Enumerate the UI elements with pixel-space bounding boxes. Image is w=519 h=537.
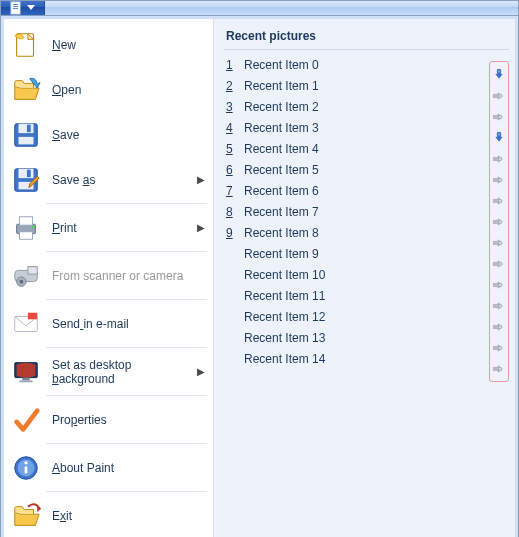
recent-item[interactable]: Recent Item 10 — [224, 264, 509, 285]
check-icon — [10, 404, 42, 436]
recent-item-accelerator: 5 — [226, 142, 236, 156]
recent-item[interactable]: Recent Item 14 — [224, 348, 509, 369]
recent-pictures-title: Recent pictures — [224, 25, 509, 49]
pin-icon-unpinned[interactable] — [491, 297, 507, 314]
recent-item[interactable]: 7Recent Item 6 — [224, 180, 509, 201]
recent-item-label: Recent Item 4 — [244, 142, 509, 156]
recent-item-label: Recent Item 11 — [244, 289, 509, 303]
menu-item-label: From scanner or camera — [52, 269, 205, 283]
pin-icon-unpinned[interactable] — [491, 255, 507, 272]
document-icon — [10, 1, 24, 15]
menu-item-open[interactable]: Open — [6, 67, 211, 112]
open-icon — [10, 74, 42, 106]
submenu-arrow-icon: ▶ — [197, 222, 205, 233]
pin-column — [489, 61, 509, 382]
pin-icon-unpinned[interactable] — [491, 213, 507, 230]
recent-item-label: Recent Item 3 — [244, 121, 509, 135]
recent-item-label: Recent Item 13 — [244, 331, 509, 345]
pin-icon-unpinned[interactable] — [491, 108, 507, 125]
recent-item-label: Recent Item 8 — [244, 226, 509, 240]
recent-item-label: Recent Item 7 — [244, 205, 509, 219]
recent-item-label: Recent Item 14 — [244, 352, 509, 366]
recent-item[interactable]: 9Recent Item 8 — [224, 222, 509, 243]
recent-item-label: Recent Item 6 — [244, 184, 509, 198]
recent-item[interactable]: Recent Item 9 — [224, 243, 509, 264]
menu-item-desktop[interactable]: Set as desktop background▶ — [6, 349, 211, 394]
menu-item-properties[interactable]: Properties — [6, 397, 211, 442]
recent-item[interactable]: 6Recent Item 5 — [224, 159, 509, 180]
pin-icon-unpinned[interactable] — [491, 192, 507, 209]
svg-rect-2 — [13, 6, 18, 7]
desktop-icon — [10, 356, 42, 388]
pin-icon-unpinned[interactable] — [491, 360, 507, 377]
save-icon — [10, 119, 42, 151]
dropdown-arrow-icon — [27, 5, 35, 11]
recent-item[interactable]: 3Recent Item 2 — [224, 96, 509, 117]
menu-item-exit[interactable]: Exit — [6, 493, 211, 537]
print-icon — [10, 212, 42, 244]
menu-item-about[interactable]: About Paint — [6, 445, 211, 490]
menu-item-label: Save as — [52, 173, 187, 187]
recent-item-label: Recent Item 12 — [244, 310, 509, 324]
email-icon — [10, 308, 42, 340]
menu-item-save[interactable]: Save — [6, 112, 211, 157]
menu-body: NewOpenSaveSave as▶Print▶From scanner or… — [1, 16, 518, 537]
pin-icon-unpinned[interactable] — [491, 171, 507, 188]
menu-item-saveas[interactable]: Save as▶ — [6, 157, 211, 202]
recent-item[interactable]: 1Recent Item 0 — [224, 54, 509, 75]
saveas-icon — [10, 164, 42, 196]
submenu-arrow-icon: ▶ — [197, 366, 205, 377]
recent-item[interactable]: 2Recent Item 1 — [224, 75, 509, 96]
recent-pictures-pane: Recent pictures 1Recent Item 02Recent It… — [214, 19, 515, 537]
recent-item-accelerator: 8 — [226, 205, 236, 219]
pin-icon-unpinned[interactable] — [491, 87, 507, 104]
menu-item-label: Print — [52, 221, 187, 235]
new-doc-icon — [10, 29, 42, 61]
menu-item-email[interactable]: Send in e-mail — [6, 301, 211, 346]
recent-item[interactable]: 5Recent Item 4 — [224, 138, 509, 159]
recent-item-label: Recent Item 10 — [244, 268, 509, 282]
pin-icon-unpinned[interactable] — [491, 234, 507, 251]
recent-item-label: Recent Item 9 — [244, 247, 509, 261]
pin-icon-unpinned[interactable] — [491, 318, 507, 335]
recent-item[interactable]: Recent Item 13 — [224, 327, 509, 348]
recent-item-accelerator: 7 — [226, 184, 236, 198]
recent-item-label: Recent Item 5 — [244, 163, 509, 177]
separator — [46, 203, 207, 204]
recent-item-accelerator: 2 — [226, 79, 236, 93]
application-menu-button[interactable] — [1, 1, 45, 15]
recent-item[interactable]: 8Recent Item 7 — [224, 201, 509, 222]
recent-item[interactable]: 4Recent Item 3 — [224, 117, 509, 138]
separator — [46, 299, 207, 300]
menu-item-label: Save — [52, 128, 205, 142]
pin-icon-unpinned[interactable] — [491, 150, 507, 167]
separator — [46, 395, 207, 396]
application-menu-popup: NewOpenSaveSave as▶Print▶From scanner or… — [0, 0, 519, 537]
menu-item-label: Send in e-mail — [52, 317, 205, 331]
main-menu-list: NewOpenSaveSave as▶Print▶From scanner or… — [4, 19, 214, 537]
menu-item-label: Open — [52, 83, 205, 97]
pin-icon-unpinned[interactable] — [491, 276, 507, 293]
separator — [46, 443, 207, 444]
svg-rect-1 — [13, 4, 18, 5]
menu-item-scanner: From scanner or camera — [6, 253, 211, 298]
separator — [46, 251, 207, 252]
recent-item-accelerator: 4 — [226, 121, 236, 135]
separator — [46, 347, 207, 348]
pin-icon-pinned[interactable] — [491, 129, 507, 146]
recent-item[interactable]: Recent Item 11 — [224, 285, 509, 306]
separator — [46, 491, 207, 492]
menu-item-label: Properties — [52, 413, 205, 427]
submenu-arrow-icon: ▶ — [197, 174, 205, 185]
pin-icon-pinned[interactable] — [491, 66, 507, 83]
pin-icon-unpinned[interactable] — [491, 339, 507, 356]
menu-item-label: New — [52, 38, 205, 52]
menu-item-print[interactable]: Print▶ — [6, 205, 211, 250]
recent-item-accelerator: 9 — [226, 226, 236, 240]
menu-item-new[interactable]: New — [6, 22, 211, 67]
recent-item[interactable]: Recent Item 12 — [224, 306, 509, 327]
menu-item-label: Exit — [52, 509, 205, 523]
recent-item-label: Recent Item 2 — [244, 100, 509, 114]
recent-item-label: Recent Item 1 — [244, 79, 509, 93]
recent-item-label: Recent Item 0 — [244, 58, 509, 72]
